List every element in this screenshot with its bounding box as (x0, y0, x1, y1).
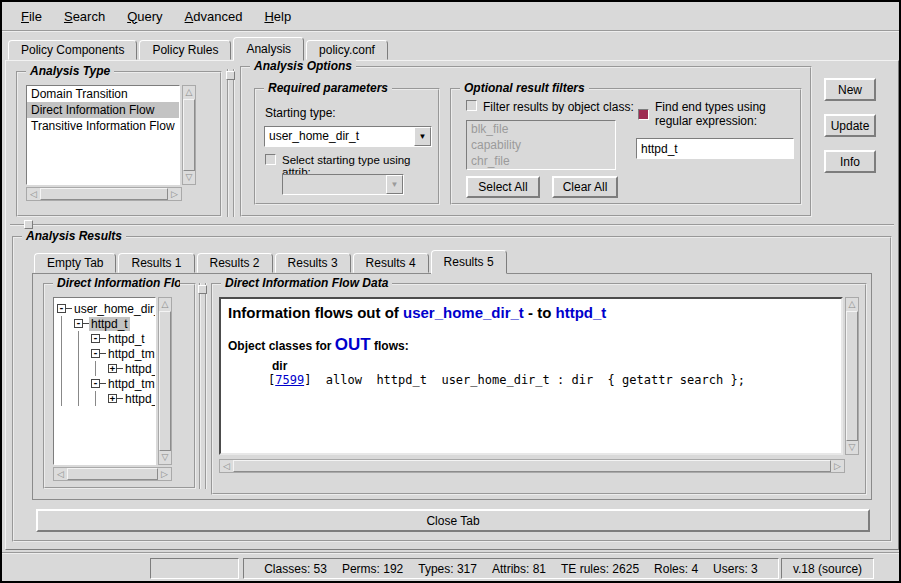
status-roles: Roles: 4 (654, 562, 698, 576)
select-all-button[interactable]: Select All (466, 176, 540, 198)
tree-node-label[interactable]: httpd_tmpfs_ (106, 377, 156, 391)
analysis-type-vscrollbar[interactable]: △ ▽ (182, 85, 196, 185)
vertical-sash[interactable] (199, 283, 207, 489)
analysis-page: Analysis Type Domain Transition Direct I… (5, 60, 899, 550)
tree-node-label[interactable]: httpd_t (89, 317, 130, 331)
collapse-icon[interactable]: - (57, 304, 66, 313)
menu-query[interactable]: Query (116, 6, 173, 27)
flow-subheading-prefix: Object classes for (228, 339, 331, 353)
tab-policy-rules[interactable]: Policy Rules (139, 40, 231, 60)
menu-search[interactable]: Search (53, 6, 116, 27)
tree-node-label[interactable]: httpd_t (123, 362, 156, 376)
attrib-checkbox[interactable] (265, 154, 276, 165)
flow-tree-vscrollbar[interactable]: △ ▽ (158, 297, 172, 465)
list-item-domain-transition[interactable]: Domain Transition (27, 86, 179, 102)
scroll-up-icon[interactable]: △ (183, 86, 195, 99)
regex-checkbox-row[interactable]: Find end types using regular expression: (638, 100, 797, 128)
status-perms: Perms: 192 (342, 562, 403, 576)
menu-file[interactable]: File (10, 6, 53, 27)
tab-results-3[interactable]: Results 3 (275, 253, 351, 273)
status-bar: Classes: 53 Perms: 192 Types: 317 Attrib… (2, 552, 899, 581)
scroll-up-icon[interactable]: △ (846, 298, 858, 311)
tree-node-label[interactable]: httpd_t (106, 332, 147, 346)
rule-id-link[interactable]: 7599 (275, 373, 304, 387)
scroll-down-icon[interactable]: ▽ (846, 441, 858, 454)
status-attribs: Attribs: 81 (492, 562, 546, 576)
tab-policy-components[interactable]: Policy Components (8, 40, 137, 60)
collapse-icon[interactable]: - (91, 379, 100, 388)
attrib-value (283, 175, 386, 194)
update-button[interactable]: Update (824, 114, 876, 137)
scroll-right-icon[interactable]: ▷ (831, 460, 844, 472)
flow-data-vscrollbar[interactable]: △ ▽ (845, 297, 859, 455)
sash-handle[interactable] (198, 285, 207, 294)
chevron-down-icon[interactable]: ▼ (414, 127, 431, 146)
tree-row: +httpd_t (54, 361, 155, 376)
tab-results-2[interactable]: Results 2 (197, 253, 273, 273)
tab-empty-tab[interactable]: Empty Tab (34, 253, 116, 273)
collapse-icon[interactable]: - (91, 349, 100, 358)
new-button[interactable]: New (824, 78, 876, 101)
scroll-left-icon[interactable]: ◁ (220, 460, 233, 472)
flow-tree-hscrollbar[interactable]: ◁ ▷ (53, 467, 172, 481)
object-class-item: blk_file (467, 121, 615, 137)
collapse-icon[interactable]: - (74, 319, 83, 328)
menu-advanced[interactable]: Advanced (174, 6, 254, 27)
object-class-name: dir (272, 359, 834, 373)
scroll-thumb[interactable] (40, 188, 168, 200)
tab-results-5[interactable]: Results 5 (431, 250, 507, 274)
starting-type-combobox[interactable]: user_home_dir_t ▼ (264, 126, 432, 147)
scroll-right-icon[interactable]: ▷ (158, 468, 171, 480)
sash-handle[interactable] (24, 220, 33, 229)
analysis-type-hscrollbar[interactable]: ◁ ▷ (26, 187, 182, 201)
flow-data-text[interactable]: Information flows out of user_home_dir_t… (219, 297, 843, 455)
optional-result-filters-group: Optional result filters Filter results b… (450, 88, 802, 205)
scroll-left-icon[interactable]: ◁ (54, 468, 67, 480)
flow-tree[interactable]: -user_home_dir_t -httpd_t -httpd_t -http… (53, 297, 156, 465)
collapse-icon[interactable]: - (91, 334, 100, 343)
tab-analysis[interactable]: Analysis (233, 37, 304, 61)
tree-node-label[interactable]: httpd_tmp_t (106, 347, 156, 361)
vertical-sash[interactable] (227, 69, 235, 217)
regex-checkbox[interactable] (638, 109, 649, 120)
regex-checkbox-label[interactable]: Find end types using regular expression: (655, 100, 797, 128)
tree-indent (61, 376, 74, 391)
scroll-down-icon[interactable]: ▽ (183, 171, 195, 184)
scroll-thumb[interactable] (67, 468, 158, 480)
horizontal-sash[interactable] (10, 224, 894, 228)
scroll-right-icon[interactable]: ▷ (168, 188, 181, 200)
close-tab-button[interactable]: Close Tab (36, 509, 870, 532)
list-item-direct-information-flow[interactable]: Direct Information Flow (27, 102, 179, 118)
scroll-up-icon[interactable]: △ (159, 298, 171, 311)
regex-input[interactable] (636, 138, 794, 159)
flow-heading-end-type: httpd_t (556, 304, 607, 321)
scroll-thumb[interactable] (233, 460, 831, 472)
menu-help[interactable]: Help (253, 6, 302, 27)
filter-object-class-label[interactable]: Filter results by object class: (483, 100, 634, 114)
tree-node-label[interactable]: user_home_dir_t (72, 302, 156, 316)
scroll-thumb[interactable] (183, 99, 195, 171)
scroll-left-icon[interactable]: ◁ (27, 188, 40, 200)
tree-node-label[interactable]: httpd_t (123, 392, 156, 406)
analysis-type-list[interactable]: Domain Transition Direct Information Flo… (26, 85, 180, 185)
expand-icon[interactable]: + (108, 394, 117, 403)
list-item-transitive-information-flow[interactable]: Transitive Information Flow (27, 118, 179, 134)
sash-handle[interactable] (226, 71, 235, 80)
scroll-thumb[interactable] (159, 311, 171, 451)
clear-all-button[interactable]: Clear All (552, 176, 618, 198)
filter-object-class-checkbox[interactable] (466, 100, 477, 111)
chevron-down-icon: ▼ (386, 175, 403, 194)
filter-object-class-row[interactable]: Filter results by object class: (466, 100, 634, 114)
rule-text: allow httpd_t user_home_dir_t : dir { ge… (311, 373, 744, 387)
menu-query-rest: uery (137, 9, 162, 24)
tab-policy-conf[interactable]: policy.conf (306, 40, 388, 60)
tab-results-4[interactable]: Results 4 (353, 253, 429, 273)
info-button[interactable]: Info (824, 150, 876, 173)
flow-data-hscrollbar[interactable]: ◁ ▷ (219, 459, 845, 473)
scroll-thumb[interactable] (846, 311, 858, 441)
scroll-down-icon[interactable]: ▽ (159, 451, 171, 464)
tab-results-1[interactable]: Results 1 (118, 253, 194, 273)
expand-icon[interactable]: + (108, 364, 117, 373)
flow-subheading-suffix: flows: (374, 339, 409, 353)
optional-result-filters-title: Optional result filters (460, 81, 589, 95)
